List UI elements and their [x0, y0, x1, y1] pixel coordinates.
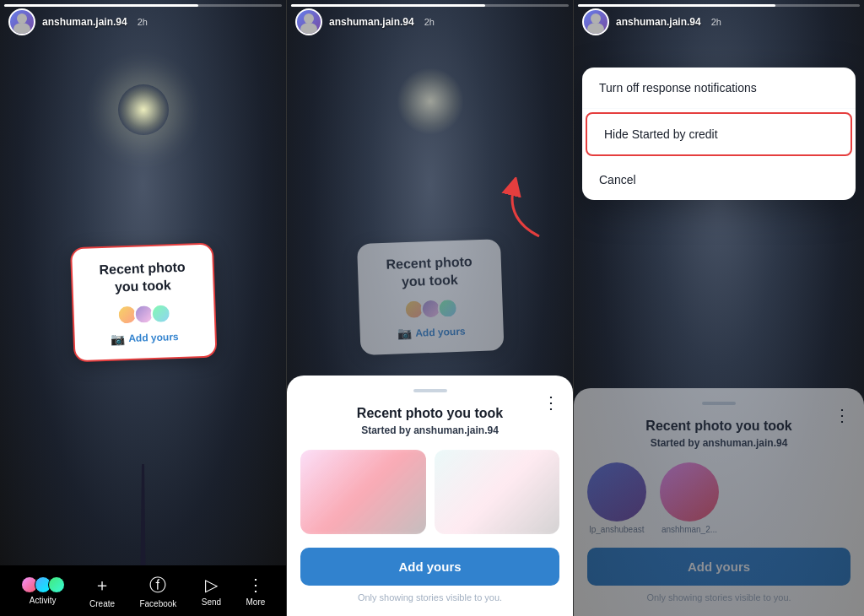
username: anshuman.jain.94 [42, 16, 127, 28]
started-by-label: Started by [361, 424, 411, 436]
person-item-2: anshhman_2... [660, 462, 719, 534]
person-list: lp_anshubeast anshhman_2... [587, 462, 850, 534]
photo-blur-2 [435, 450, 560, 534]
panel-2: anshuman.jain.94 2h Recent photo you too… [287, 0, 574, 616]
only-showing-text: Only showing stories visible to you. [300, 592, 559, 602]
story-time-3: 2h [711, 17, 721, 27]
nav-facebook[interactable]: ⓕ Facebook [139, 574, 176, 608]
add-yours-big-button[interactable]: Add yours [300, 548, 559, 586]
photo-blur-1 [300, 450, 426, 534]
send-icon: ▷ [205, 575, 218, 595]
moon-2 [397, 68, 464, 135]
story-header-3: anshuman.jain.94 2h [582, 8, 721, 35]
facebook-icon: ⓕ [149, 574, 166, 597]
progress-bar [4, 4, 282, 7]
more-options-button[interactable]: ⋮ [543, 392, 559, 413]
add-yours-button[interactable]: 📷 Add yours [91, 329, 197, 346]
nav-create-label: Create [89, 599, 115, 608]
person-label-2: anshhman_2... [662, 525, 717, 534]
progress-bar-2 [291, 4, 569, 7]
username-3: anshuman.jain.94 [616, 16, 701, 28]
more-icon: ⋮ [247, 575, 264, 595]
progress-fill-3 [578, 4, 775, 7]
red-arrow-annotation [489, 177, 548, 248]
only-showing-text-3: Only showing stories visible to you. [587, 592, 850, 602]
sheet-title-3: Recent photo you took [587, 419, 850, 434]
sticker-card-2: Recent photo you took 📷 Add yours [357, 239, 504, 354]
panel-3: anshuman.jain.94 2h Recent photo you Tur… [574, 0, 864, 616]
reaction-avatars [90, 302, 197, 326]
story-time-2: 2h [424, 17, 435, 27]
person-item-1: lp_anshubeast [587, 462, 646, 534]
bottom-sheet-3: Recent photo you took Started by anshuma… [574, 388, 864, 616]
add-yours-big-button-3[interactable]: Add yours [587, 548, 850, 586]
svg-point-2 [304, 14, 314, 24]
activity-avatar-3 [48, 576, 65, 593]
progress-fill-2 [291, 4, 485, 7]
reaction-avatar-6 [437, 298, 458, 319]
sheet-photos [300, 450, 559, 534]
sticker-card: Recent photo you took 📷 Add yours [69, 243, 216, 362]
nav-send-label: Send [202, 597, 221, 607]
moon [118, 84, 169, 135]
reaction-avatar-3 [150, 303, 171, 324]
svg-point-5 [591, 14, 601, 24]
photo-thumb-1 [300, 450, 426, 534]
sticker-title: Recent photo you took [89, 258, 196, 297]
nav-send[interactable]: ▷ Send [202, 575, 221, 607]
camera-icon: 📷 [111, 332, 126, 346]
svg-point-1 [14, 23, 30, 34]
username-2: anshuman.jain.94 [329, 16, 414, 28]
svg-point-3 [300, 23, 317, 34]
nav-facebook-label: Facebook [139, 599, 176, 608]
add-yours-button-2[interactable]: 📷 Add yours [376, 323, 486, 341]
progress-fill [4, 4, 198, 7]
nav-activity[interactable]: Activity [21, 576, 65, 605]
cancel-item[interactable]: Cancel [582, 159, 856, 200]
sheet-handle [413, 389, 447, 392]
person-photo-2 [660, 462, 719, 521]
sheet-subtitle-3: Started by anshuman.jain.94 [587, 437, 850, 449]
svg-point-0 [17, 14, 27, 24]
avatar [8, 8, 35, 35]
person-photo-1 [587, 462, 646, 521]
panel-1: anshuman.jain.94 2h Recent photo you too… [0, 0, 287, 616]
person-label-1: lp_anshubeast [589, 525, 644, 534]
turn-off-notifications-item[interactable]: Turn off response notifications [582, 68, 856, 109]
avatar-3 [582, 8, 609, 35]
bottom-nav: Activity ＋ Create ⓕ Facebook ▷ Send ⋮ Mo… [0, 565, 286, 616]
nav-more[interactable]: ⋮ More [246, 575, 265, 607]
activity-avatars [21, 576, 65, 593]
story-time: 2h [138, 17, 148, 27]
sheet-subtitle: Started by anshuman.jain.94 [300, 424, 559, 436]
progress-bar-3 [578, 4, 860, 7]
camera-icon-2: 📷 [397, 326, 413, 340]
nav-create[interactable]: ＋ Create [89, 574, 115, 608]
story-header: anshuman.jain.94 2h [8, 8, 148, 35]
plus-icon: ＋ [94, 574, 111, 597]
context-menu: Turn off response notifications Hide Sta… [582, 68, 856, 200]
hide-started-by-item[interactable]: Hide Started by credit [586, 112, 852, 156]
sheet-handle-3 [702, 402, 736, 405]
nav-more-label: More [246, 597, 265, 607]
photo-thumb-2 [435, 450, 560, 534]
svg-point-6 [587, 23, 604, 34]
story-header-2: anshuman.jain.94 2h [295, 8, 435, 35]
started-by-label-3: Started by [651, 437, 700, 449]
started-by-user: anshuman.jain.94 [413, 424, 499, 436]
bottom-sheet-2: Recent photo you took Started by anshuma… [287, 376, 573, 616]
nav-activity-label: Activity [30, 596, 57, 605]
avatar-2 [295, 8, 322, 35]
more-options-button-3[interactable]: ⋮ [834, 405, 850, 425]
reaction-avatars-2 [375, 296, 485, 321]
sheet-title: Recent photo you took [300, 406, 559, 421]
sticker-title-2: Recent photo you took [374, 253, 484, 292]
started-by-user-3: anshuman.jain.94 [703, 437, 788, 449]
